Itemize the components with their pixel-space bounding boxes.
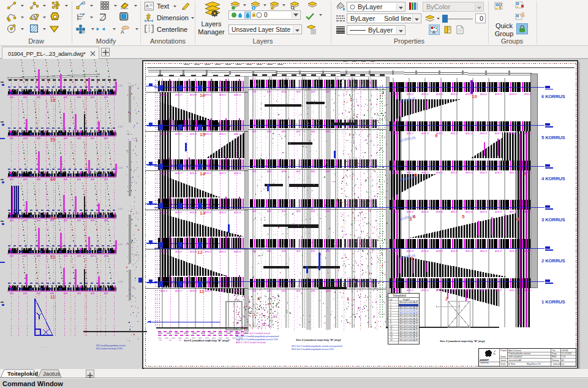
svg-text:AVB: AVB <box>37 137 40 140</box>
svg-text:Projekt: Projekt <box>500 349 507 352</box>
svg-text:AVB: AVB <box>282 91 286 93</box>
svg-text:AVB-31: AVB-31 <box>205 211 212 214</box>
svg-text:AVB: AVB <box>91 137 94 140</box>
svg-text:WL5-3x2.5-3x2.5A-2F: WL5-3x2.5-3x2.5A-2F <box>399 333 418 336</box>
svg-text:AVB: AVB <box>91 292 94 295</box>
svg-text:3 KORRUS: 3 KORRUS <box>541 217 565 223</box>
svg-text:WL5-3x2.5-3x2.5A-2F: WL5-3x2.5-3x2.5A-2F <box>399 309 418 311</box>
svg-text:7: 7 <box>390 318 391 320</box>
svg-text:11: 11 <box>390 328 392 330</box>
svg-text:L-2.5: L-2.5 <box>118 243 123 246</box>
svg-text:AVB: AVB <box>296 131 301 133</box>
svg-text:2 KORRUS: 2 KORRUS <box>541 258 565 264</box>
svg-text:13: 13 <box>50 215 55 221</box>
svg-text:AVB-21: AVB-21 <box>436 172 443 174</box>
svg-text:AVB-41: AVB-41 <box>436 250 443 253</box>
svg-text:14: 14 <box>200 171 205 177</box>
svg-text:AVB: AVB <box>104 292 108 295</box>
svg-text:AVB-57: AVB-57 <box>175 290 183 292</box>
svg-text:AVB-11: AVB-11 <box>160 133 168 135</box>
svg-text:AVB: AVB <box>104 255 108 257</box>
svg-text:AVB-17: AVB-17 <box>175 133 183 135</box>
svg-text:WL5-3x2.5-3x2.5A-2F: WL5-3x2.5-3x2.5A-2F <box>399 318 418 320</box>
svg-text:AVB-01: AVB-01 <box>205 94 212 96</box>
svg-text:AVB-34: AVB-34 <box>510 211 517 213</box>
svg-text:13: 13 <box>390 333 393 336</box>
svg-text:AVB: AVB <box>77 137 81 140</box>
svg-text:AVB: AVB <box>311 131 315 133</box>
svg-text:AVB: AVB <box>10 137 13 140</box>
svg-text:AVB-01: AVB-01 <box>160 94 168 96</box>
svg-text:Joonis: Joonis <box>500 359 507 362</box>
svg-text:AVB: AVB <box>23 219 27 222</box>
svg-text:12: 12 <box>197 249 203 255</box>
svg-text:3: 3 <box>410 256 413 261</box>
svg-text:15: 15 <box>200 132 205 137</box>
svg-text:AVB-04: AVB-04 <box>190 94 197 96</box>
svg-text:WL6-3x2.5 kaablid paigaldada t: WL6-3x2.5 kaablid paigaldada torusse D20 <box>292 348 334 351</box>
svg-text:AVB-31: AVB-31 <box>392 211 399 213</box>
svg-text:AVB-5.2 WC2 kaabel kinnitada: AVB-5.2 WC2 kaabel kinnitada <box>236 341 266 344</box>
svg-text:AVB-54: AVB-54 <box>234 290 241 292</box>
svg-text:5 KORRUS: 5 KORRUS <box>541 135 565 140</box>
svg-text:Adre 4 kinnistu: Adre 4 kinnistu <box>508 349 521 352</box>
svg-text:AVB-11: AVB-11 <box>480 132 488 135</box>
svg-text:AVB: AVB <box>10 219 13 222</box>
svg-text:9: 9 <box>390 322 391 325</box>
svg-text:AVB: AVB <box>296 250 301 253</box>
svg-text:ab: ab <box>179 339 181 341</box>
svg-text:Kaabel: Kaabel <box>403 299 410 301</box>
svg-text:WL5-3x2.5-3x2.5A-2F: WL5-3x2.5-3x2.5A-2F <box>399 331 418 333</box>
svg-text:AVB: AVB <box>91 255 94 257</box>
svg-text:AVB-31: AVB-31 <box>524 211 532 213</box>
svg-text:AVB-07: AVB-07 <box>219 94 227 96</box>
svg-text:AVB: AVB <box>296 91 301 93</box>
svg-text:WL5-3x2.5-3x2.5A-2F: WL5-3x2.5-3x2.5A-2F <box>399 312 418 314</box>
svg-text:AVB: AVB <box>77 178 81 181</box>
svg-text:AVB: AVB <box>326 250 330 253</box>
svg-text:AVB: AVB <box>311 91 315 93</box>
svg-text:AVB: AVB <box>104 137 108 140</box>
svg-text:engineering: engineering <box>480 362 489 364</box>
svg-text:WL5-3x2.5-3x2.5A-2F: WL5-3x2.5-3x2.5A-2F <box>399 336 418 338</box>
svg-text:AVB: AVB <box>37 292 40 295</box>
svg-text:AVB: AVB <box>64 255 67 257</box>
svg-text:AVB-44: AVB-44 <box>466 250 473 253</box>
svg-text:AVB-17: AVB-17 <box>495 132 502 135</box>
svg-text:AVB-34: AVB-34 <box>234 211 241 214</box>
svg-text:AVB-37: AVB-37 <box>451 211 458 213</box>
svg-text:AVB: AVB <box>10 255 13 257</box>
svg-text:14: 14 <box>390 336 393 338</box>
svg-text:AVB-51: AVB-51 <box>205 290 212 292</box>
svg-text:WC2 kaabel kinnitada DTRC: WC2 kaabel kinnitada DTRC <box>96 348 123 350</box>
svg-text:AVB-24: AVB-24 <box>234 172 241 175</box>
svg-text:7: 7 <box>523 172 526 178</box>
svg-text:Jaotus: Jaotus <box>43 370 60 377</box>
svg-text:AVB: AVB <box>311 250 315 253</box>
svg-text:AVB: AVB <box>311 210 315 213</box>
svg-text:AVB: AVB <box>282 290 286 292</box>
svg-text:AVB-07: AVB-07 <box>495 93 502 96</box>
svg-text:5: 5 <box>390 312 391 314</box>
svg-text:11: 11 <box>199 289 205 294</box>
svg-text:AVB: AVB <box>267 170 271 173</box>
svg-text:AVB: AVB <box>311 170 315 173</box>
svg-text:1: 1 <box>518 294 521 300</box>
svg-text:AVB-41: AVB-41 <box>205 251 212 253</box>
svg-text:Lüli: Lüli <box>389 299 393 301</box>
svg-text:A. Hints: A. Hints <box>508 363 516 365</box>
svg-text:AVB-31: AVB-31 <box>160 211 168 214</box>
svg-text:AVB-01: AVB-01 <box>436 93 443 96</box>
svg-text:1:25: 1:25 <box>562 356 565 358</box>
svg-text:Sein 3 (vaadatud maja külg "B": Sein 3 (vaadatud maja külg "B" järgi) <box>440 340 485 343</box>
svg-text:Sein 2 (vaadatud maja külg "B": Sein 2 (vaadatud maja külg "B" järgi) <box>296 338 341 341</box>
svg-text:9: 9 <box>435 133 438 139</box>
svg-text:AVB-24: AVB-24 <box>421 172 429 174</box>
svg-text:5: 5 <box>462 214 465 219</box>
svg-text:L-2.5: L-2.5 <box>118 126 123 128</box>
svg-text:AVB-14: AVB-14 <box>190 133 197 135</box>
svg-text:AVB: AVB <box>252 170 257 173</box>
svg-text:AVB: AVB <box>77 292 81 295</box>
svg-text:AVB-37: AVB-37 <box>495 211 502 213</box>
svg-text:6: 6 <box>413 214 416 219</box>
